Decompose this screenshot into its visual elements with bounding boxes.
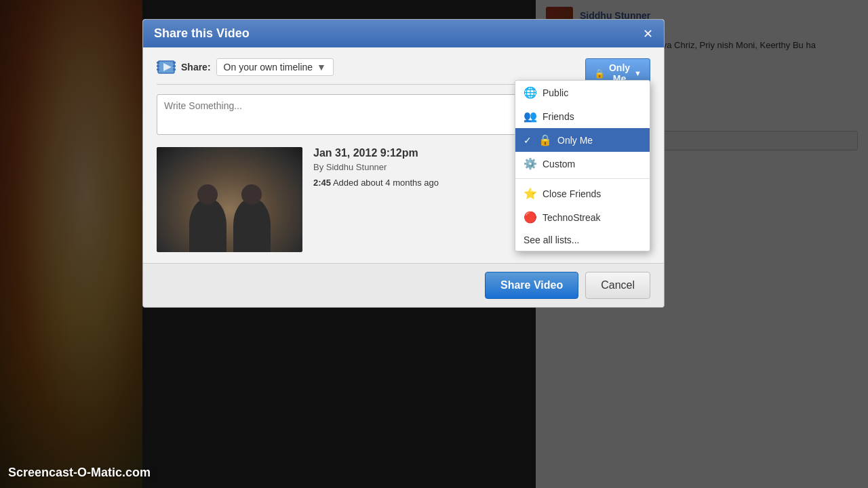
modal-footer: Share Video Cancel [143, 263, 664, 307]
modal-header: Share this Video ✕ [143, 20, 664, 47]
svg-rect-4 [173, 62, 176, 64]
check-icon: ✓ [524, 135, 532, 146]
figure-right [233, 198, 271, 252]
dropdown-item-see-all[interactable]: See all lists... [515, 229, 650, 251]
dropdown-label-close-friends: Close Friends [542, 188, 601, 199]
share-label: Share: [181, 62, 211, 73]
privacy-chevron-icon: ▼ [634, 69, 642, 77]
dropdown-label-custom: Custom [542, 159, 575, 169]
modal-body: Share: On your own timeline ▼ 🔒 Only Me … [143, 47, 664, 263]
dropdown-label-friends: Friends [542, 111, 574, 122]
svg-rect-1 [157, 62, 159, 64]
share-video-modal: Share this Video ✕ Share: On your own ti… [142, 19, 665, 308]
dropdown-label-only-me: Only Me [557, 135, 593, 146]
svg-rect-2 [157, 65, 159, 67]
dropdown-item-custom[interactable]: ⚙️ Custom [515, 152, 650, 176]
share-target-chevron: ▼ [317, 62, 326, 73]
friends-icon: 👥 [524, 110, 537, 123]
dropdown-label-public: Public [542, 87, 568, 98]
dropdown-divider [515, 178, 650, 179]
svg-rect-6 [173, 68, 176, 70]
dropdown-item-friends[interactable]: 👥 Friends [515, 104, 650, 128]
dropdown-item-close-friends[interactable]: ⭐ Close Friends [515, 182, 650, 205]
video-figures [157, 158, 302, 253]
watermark: Screencast-O-Matic.com [8, 466, 151, 480]
privacy-lock-icon: 🔒 [594, 68, 605, 79]
dropdown-item-public[interactable]: 🌐 Public [515, 81, 650, 104]
public-icon: 🌐 [524, 86, 537, 99]
custom-icon: ⚙️ [524, 157, 537, 170]
cancel-button[interactable]: Cancel [585, 272, 650, 299]
figure-left [189, 198, 226, 252]
duration-time: 2:45 [313, 178, 331, 188]
modal-close-button[interactable]: ✕ [643, 28, 653, 40]
only-me-icon: 🔒 [538, 134, 552, 146]
dropdown-label-technostreak: TechnoStreak [542, 212, 601, 223]
see-all-text: See all lists... [524, 235, 579, 245]
share-target-button[interactable]: On your own timeline ▼ [216, 58, 334, 76]
dropdown-item-technostreak[interactable]: 🔴 TechnoStreak [515, 205, 650, 229]
duration-text: Added about 4 months ago [333, 178, 439, 188]
share-video-button[interactable]: Share Video [485, 272, 578, 299]
svg-rect-3 [157, 68, 159, 70]
svg-rect-5 [173, 65, 176, 67]
modal-title: Share this Video [154, 26, 250, 41]
share-row: Share: On your own timeline ▼ 🔒 Only Me … [157, 58, 650, 76]
technostreak-icon: 🔴 [524, 211, 537, 224]
close-friends-icon: ⭐ [524, 187, 537, 200]
privacy-dropdown-menu: 🌐 Public 👥 Friends ✓ 🔒 Only Me ⚙️ C [515, 80, 650, 251]
video-thumbnail [157, 147, 302, 252]
share-target-text: On your own timeline [224, 62, 313, 73]
share-icon [157, 60, 176, 75]
dropdown-item-only-me[interactable]: ✓ 🔒 Only Me [515, 128, 650, 152]
